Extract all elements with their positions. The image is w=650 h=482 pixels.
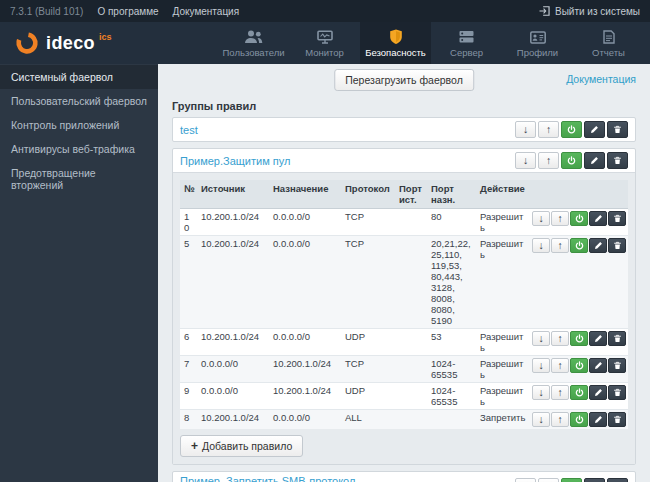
add-rule-label: Добавить правило — [202, 440, 292, 452]
toggle-rule-button[interactable] — [570, 211, 588, 226]
cell-action: Разрешить — [476, 209, 530, 236]
sidebar-item-app-control[interactable]: Контроль приложений — [0, 113, 158, 137]
delete-rule-button[interactable] — [608, 385, 626, 400]
move-up-button[interactable]: ↑ — [538, 152, 559, 169]
topbar: 7.3.1 (Build 101) О программе Документац… — [0, 0, 650, 22]
brand-suffix: ics — [99, 32, 112, 42]
move-down-button[interactable]: ↓ — [532, 412, 550, 427]
cell-dest: 0.0.0.0/0 — [269, 410, 341, 430]
delete-group-button[interactable] — [607, 121, 628, 138]
sidebar-item-web-antivirus[interactable]: Антивирусы веб-трафика — [0, 137, 158, 161]
documentation-top-link[interactable]: Документация — [173, 6, 240, 17]
nav-item-monitor[interactable]: Монитор — [289, 22, 360, 64]
toggle-group-button[interactable] — [561, 478, 582, 482]
rules-table: № Источник Назначение Протокол Порт ист.… — [180, 180, 628, 429]
col-dest: Назначение — [269, 180, 341, 209]
main-nav: Пользователи Монитор Безопасность Сервер… — [218, 22, 650, 64]
move-down-button[interactable]: ↓ — [532, 331, 550, 346]
nav-label: Профили — [517, 47, 558, 58]
nav-item-security[interactable]: Безопасность — [360, 22, 431, 64]
nav-label: Монитор — [305, 47, 344, 58]
toggle-group-button[interactable] — [561, 152, 582, 169]
move-up-button[interactable]: ↑ — [551, 385, 569, 400]
cell-dport: 80 — [427, 209, 476, 236]
delete-rule-button[interactable] — [608, 211, 626, 226]
power-icon — [575, 388, 584, 397]
plus-icon: + — [191, 440, 198, 452]
delete-group-button[interactable] — [607, 152, 628, 169]
ideco-flame-icon — [14, 30, 40, 56]
edit-rule-button[interactable] — [589, 211, 607, 226]
toggle-rule-button[interactable] — [570, 358, 588, 373]
move-down-button[interactable]: ↓ — [515, 152, 536, 169]
cell-dest: 10.200.1.0/24 — [269, 383, 341, 410]
move-down-button[interactable]: ↓ — [515, 121, 536, 138]
cell-source: 10.200.1.0/24 — [197, 209, 269, 236]
nav-item-reports[interactable]: Отчеты — [573, 22, 644, 64]
delete-rule-button[interactable] — [608, 331, 626, 346]
move-up-button[interactable]: ↑ — [551, 358, 569, 373]
col-proto: Протокол — [341, 180, 395, 209]
nav-label: Сервер — [450, 47, 483, 58]
toggle-rule-button[interactable] — [570, 385, 588, 400]
sidebar-item-user-firewall[interactable]: Пользовательский фаервол — [0, 89, 158, 113]
nav-label: Безопасность — [365, 47, 426, 58]
edit-rule-button[interactable] — [589, 331, 607, 346]
add-rule-button[interactable]: +Добавить правило — [180, 435, 303, 457]
edit-rule-button[interactable] — [589, 385, 607, 400]
delete-rule-button[interactable] — [608, 358, 626, 373]
move-up-button[interactable]: ↑ — [551, 331, 569, 346]
toggle-rule-button[interactable] — [570, 331, 588, 346]
reload-firewall-button[interactable]: Перезагрузить фаервол — [334, 69, 474, 91]
toggle-rule-button[interactable] — [570, 412, 588, 427]
table-row: 9 0.0.0.0/0 10.200.1.0/24 UDP 1024-65535… — [180, 383, 628, 410]
move-down-button[interactable]: ↓ — [532, 358, 550, 373]
move-down-button[interactable]: ↓ — [532, 385, 550, 400]
nav-item-profiles[interactable]: Профили — [502, 22, 573, 64]
move-up-button[interactable]: ↑ — [551, 238, 569, 253]
cell-dport: 53 — [427, 329, 476, 356]
nav-item-server[interactable]: Сервер — [431, 22, 502, 64]
sidebar-item-label: Контроль приложений — [11, 119, 119, 131]
group-title-link[interactable]: Пример. Запретить SMB-протокол — [180, 475, 367, 482]
toggle-rule-button[interactable] — [570, 238, 588, 253]
logout-link[interactable]: Выйти из системы — [539, 6, 640, 17]
cell-dest: 0.0.0.0/0 — [269, 209, 341, 236]
edit-rule-button[interactable] — [589, 412, 607, 427]
move-down-button[interactable]: ↓ — [532, 211, 550, 226]
toggle-group-button[interactable] — [561, 121, 582, 138]
move-down-button[interactable]: ↓ — [515, 478, 536, 482]
edit-group-button[interactable] — [584, 121, 605, 138]
documentation-link[interactable]: Документация — [566, 73, 636, 85]
group-title-link[interactable]: test — [180, 124, 198, 136]
nav-item-users[interactable]: Пользователи — [218, 22, 289, 64]
brand-logo[interactable]: idecoics — [0, 22, 128, 64]
delete-rule-button[interactable] — [608, 238, 626, 253]
group-title-link[interactable]: Пример.Защитим пул — [180, 155, 290, 167]
app-window: 7.3.1 (Build 101) О программе Документац… — [0, 0, 650, 482]
move-up-button[interactable]: ↑ — [538, 478, 559, 482]
sidebar-item-intrusion-prevention[interactable]: Предотвращение вторжений — [0, 161, 158, 197]
move-up-button[interactable]: ↑ — [551, 211, 569, 226]
edit-group-button[interactable] — [584, 478, 605, 482]
edit-group-button[interactable] — [584, 152, 605, 169]
edit-rule-button[interactable] — [589, 358, 607, 373]
server-icon — [459, 29, 474, 44]
sidebar-item-system-firewall[interactable]: Системный фаервол — [0, 65, 158, 89]
cell-source: 10.200.1.0/24 — [197, 236, 269, 329]
table-row: 6 10.200.1.0/24 0.0.0.0/0 UDP 53 Разреши… — [180, 329, 628, 356]
move-up-button[interactable]: ↑ — [538, 121, 559, 138]
table-row: 5 10.200.1.0/24 0.0.0.0/0 TCP 20,21,22, … — [180, 236, 628, 329]
main-header: idecoics Пользователи Монитор Безопаснос… — [0, 22, 650, 64]
delete-group-button[interactable] — [607, 478, 628, 482]
col-sport: Порт ист. — [395, 180, 427, 209]
edit-rule-button[interactable] — [589, 238, 607, 253]
cell-action: Разрешить — [476, 383, 530, 410]
pencil-icon — [594, 415, 603, 424]
move-up-button[interactable]: ↑ — [551, 412, 569, 427]
delete-rule-button[interactable] — [608, 412, 626, 427]
cell-num: 8 — [180, 410, 197, 430]
about-link[interactable]: О программе — [97, 6, 158, 17]
move-down-button[interactable]: ↓ — [532, 238, 550, 253]
arrow-up-icon: ↑ — [557, 333, 562, 344]
